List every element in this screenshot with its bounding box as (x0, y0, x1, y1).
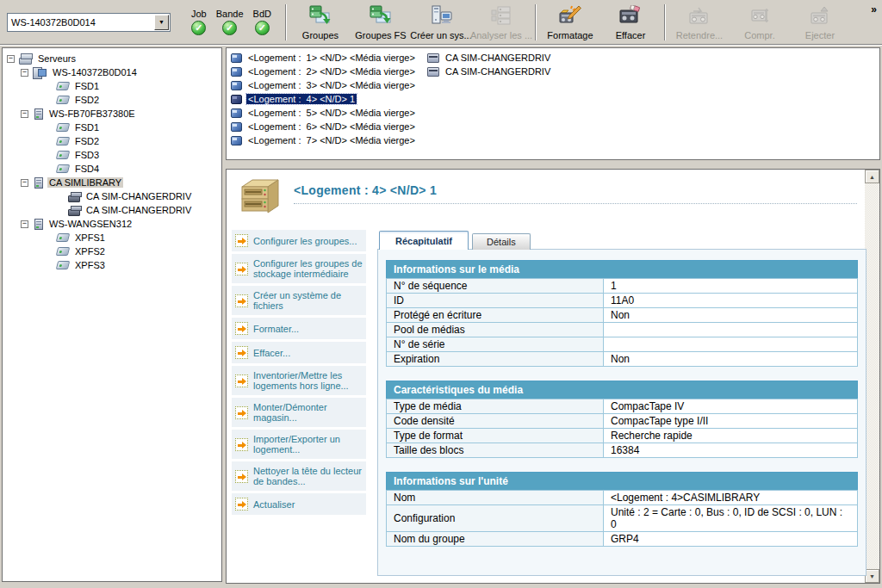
action-mount-unmount[interactable]: Monter/Démonter magasin... (232, 398, 366, 427)
media-info-header: Informations sur le média (387, 261, 858, 279)
analyze-button[interactable]: Analyser les ... (471, 2, 531, 43)
green-check-icon: ✓ (222, 21, 237, 35)
compress-tape-icon (748, 5, 771, 28)
tree-item-ws-fb70fb37380e[interactable]: WS-FB70FB37380E (3, 107, 221, 121)
slot-item-5[interactable]: <Logement : 5> <N/D> <Média vierge> (227, 106, 417, 120)
chevron-down-icon[interactable]: ▼ (154, 15, 169, 30)
tree-item-xpfs1[interactable]: XPFS1 (3, 231, 221, 244)
tree-item-fsd4[interactable]: FSD4 (3, 162, 221, 176)
format-button[interactable]: Formatage (540, 2, 600, 43)
tree-item-serveurs[interactable]: Serveurs (3, 52, 221, 65)
filesystem-device-icon (56, 151, 70, 159)
tab-strip: Récapitulatif Détails (377, 230, 866, 250)
media-slot-icon (231, 53, 242, 63)
action-inventory-slots[interactable]: Inventorier/Mettre les logements hors li… (232, 366, 366, 395)
action-configure-groups[interactable]: Configurer les groupes... (232, 230, 366, 251)
orange-arrow-icon (235, 234, 248, 247)
collapse-minus-icon[interactable] (7, 55, 15, 63)
action-configure-staging-groups[interactable]: Configurer les groupes de stockage inter… (232, 254, 366, 283)
tree-item-xpfs2[interactable]: XPFS2 (3, 244, 221, 258)
table-row: Protégé en écritureNon (387, 308, 858, 323)
scroll-up-icon[interactable]: ▲ (865, 170, 879, 183)
changer-drive-icon (68, 209, 80, 216)
tree-item-fsd2[interactable]: FSD2 (3, 134, 221, 148)
detail-title-rule: <Logement : 4> <N/D> 1 (294, 176, 857, 204)
toolbar-overflow-chevron[interactable]: » (871, 3, 877, 15)
tree-item-ca-simlibrary[interactable]: CA SIMLIBRARY (3, 176, 221, 189)
action-create-filesystem[interactable]: Créer un système de fichiers (232, 286, 366, 315)
detail-tab-zone: Récapitulatif Détails Informations sur l… (377, 230, 866, 576)
tab-content-panel: Informations sur le média N° de séquence… (377, 249, 866, 576)
fs-groups-button[interactable]: Groupes FS (351, 2, 411, 43)
table-row: Taille des blocs16384 (387, 443, 858, 458)
action-erase[interactable]: Effacer... (232, 342, 366, 363)
eject-button[interactable]: Ejecter (790, 2, 850, 43)
fs-groups-button-label: Groupes FS (355, 30, 406, 40)
orange-arrow-icon (235, 346, 248, 359)
tab-details[interactable]: Détails (472, 233, 531, 250)
server-selector[interactable]: WS-140372B0D014 ▼ (7, 13, 171, 32)
table-row: Nom du groupeGRP4 (387, 532, 858, 547)
slot-item-6[interactable]: <Logement : 6> <N/D> <Média vierge> (227, 120, 417, 133)
action-format[interactable]: Formater... (232, 318, 366, 339)
tree-item-fsd3[interactable]: FSD3 (3, 148, 221, 162)
compress-button[interactable]: Compr. (730, 2, 790, 43)
table-row: Type de médiaCompacTape IV (387, 399, 858, 414)
servers-stack-icon (19, 58, 32, 65)
compress-button-label: Compr. (744, 30, 774, 40)
table-row: N° de séquence1 (387, 279, 858, 294)
format-tape-icon (559, 5, 581, 28)
status-indicator-group: Job ✓ Bande ✓ BdD ✓ (191, 9, 271, 35)
drive-item-1[interactable]: CA SIM-CHANGERDRIV (423, 51, 552, 65)
action-clean-head[interactable]: Nettoyer la tête du lecteur de bandes... (232, 461, 366, 491)
filesystem-device-icon (56, 247, 70, 256)
groups-button[interactable]: Groupes (290, 2, 351, 43)
workstation-icon (33, 67, 47, 77)
drive-item-2[interactable]: CA SIM-CHANGERDRIV (423, 65, 552, 78)
status-bdd: BdD ✓ (253, 9, 271, 35)
library-drives-icon (235, 176, 282, 220)
slot-item-1[interactable]: <Logement : 1> <N/D> <Média vierge> (227, 51, 417, 65)
collapse-minus-icon[interactable] (21, 220, 28, 228)
retension-tape-icon (688, 5, 711, 28)
changer-drive-icon (68, 195, 80, 202)
action-refresh[interactable]: Actualiser (232, 493, 366, 515)
status-bande: Bande ✓ (216, 9, 244, 35)
action-import-export[interactable]: Importer/Exporter un logement... (232, 430, 366, 459)
toolbar-separator (285, 4, 287, 40)
tree-item-ws-wangsen312[interactable]: WS-WANGSEN312 (3, 217, 221, 231)
unit-info-header: Informations sur l'unité (387, 473, 858, 491)
tree-item-fsd2[interactable]: FSD2 (3, 93, 221, 107)
tab-recapitulatif[interactable]: Récapitulatif (379, 231, 469, 250)
collapse-minus-icon[interactable] (21, 179, 28, 187)
retension-button[interactable]: Retendre... (669, 2, 730, 43)
media-slot-icon (231, 122, 242, 132)
scroll-down-icon[interactable]: ▼ (865, 569, 879, 583)
tree-item-fsd1[interactable]: FSD1 (3, 121, 221, 134)
tree-item-fsd1[interactable]: FSD1 (3, 79, 221, 93)
vertical-scrollbar[interactable]: ▲ ▼ (865, 170, 879, 583)
tree-item-ws-140372b0d014[interactable]: WS-140372B0D014 (3, 65, 221, 79)
collapse-minus-icon[interactable] (21, 69, 28, 77)
slot-item-2[interactable]: <Logement : 2> <N/D> <Média vierge> (227, 65, 417, 78)
drive-column: CA SIM-CHANGERDRIV CA SIM-CHANGERDRIV (423, 51, 552, 78)
tape-drive-icon (427, 67, 439, 77)
slot-item-3[interactable]: <Logement : 3> <N/D> <Média vierge> (227, 78, 417, 92)
green-check-icon: ✓ (255, 21, 270, 35)
orange-arrow-icon (235, 498, 248, 511)
erase-button[interactable]: Effacer (600, 2, 661, 43)
tree-item-xpfs3[interactable]: XPFS3 (3, 258, 221, 272)
tree-item-ca-sim-changerdriv[interactable]: CA SIM-CHANGERDRIV (3, 203, 221, 217)
status-bdd-label: BdD (253, 9, 271, 19)
collapse-minus-icon[interactable] (21, 110, 28, 118)
format-button-label: Formatage (547, 30, 593, 40)
tree-item-ca-sim-changerdriv[interactable]: CA SIM-CHANGERDRIV (3, 189, 221, 203)
slot-item-7[interactable]: <Logement : 7> <N/D> <Média vierge> (227, 133, 417, 147)
server-tower-icon (34, 108, 43, 120)
slot-list-panel: <Logement : 1> <N/D> <Média vierge> <Log… (226, 47, 880, 160)
slot-item-4-selected[interactable]: <Logement : 4> <N/D> 1 (227, 92, 417, 106)
analyze-disks-icon (490, 5, 512, 28)
table-row: ConfigurationUnité : 2 = Carte : 0, Bus … (387, 505, 858, 532)
create-filesystem-button[interactable]: Créer un sys... (411, 2, 471, 43)
create-filesystem-button-label: Créer un sys... (410, 30, 472, 40)
